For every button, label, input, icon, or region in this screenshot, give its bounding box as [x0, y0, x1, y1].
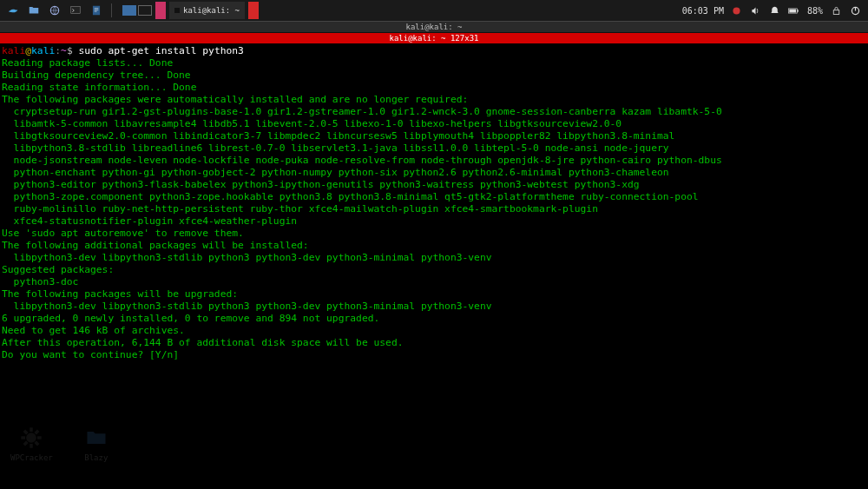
out-line: ruby-molinillo ruby-net-http-persistent … — [2, 203, 598, 215]
out-line: Do you want to continue? [Y/n] — [2, 349, 185, 360]
power-icon[interactable] — [849, 4, 861, 17]
terminal-tab-label: kali@kali: ~ 127x31 — [390, 34, 479, 43]
file-manager-launcher[interactable] — [24, 2, 43, 19]
desktop-icon-blazy-label: Blazy — [84, 453, 108, 462]
prompt-user: kali — [2, 45, 25, 56]
terminal-title: kali@kali: ~ — [405, 23, 462, 31]
terminal-window: kali@kali: ~ kali@kali: ~ 127x31 kali@ka… — [0, 21, 868, 363]
out-line: Reading package lists... Done — [2, 57, 173, 69]
notifications-icon[interactable] — [769, 4, 781, 17]
prompt-at: @ — [25, 45, 31, 56]
out-line: The following packages were automaticall… — [2, 94, 468, 105]
prompt-command: sudo apt-get install python3 — [78, 45, 243, 56]
taskbar-item-3[interactable] — [248, 2, 259, 19]
volume-icon[interactable] — [750, 4, 762, 17]
out-line: Use 'sudo apt autoremove' to remove them… — [2, 228, 244, 239]
panel-left: kali@kali: ~ — [3, 2, 259, 19]
out-line: The following additional packages will b… — [2, 240, 309, 251]
panel-right: 06:03 PM 88% — [682, 4, 865, 17]
clock[interactable]: 06:03 PM — [682, 6, 724, 16]
out-line: Reading state information... Done — [2, 82, 196, 93]
globe-icon — [49, 4, 61, 17]
terminal-body[interactable]: kali@kali:~$ sudo apt-get install python… — [0, 43, 868, 363]
lock-icon[interactable] — [830, 4, 842, 17]
taskbar-item-2[interactable]: kali@kali: ~ — [169, 2, 245, 19]
out-line: libpython3-dev libpython3-stdlib python3… — [2, 301, 492, 312]
app-menu-button[interactable] — [3, 2, 23, 19]
desktop-icon-wpcracker[interactable]: WPCracker — [10, 426, 53, 462]
panel-separator — [111, 3, 112, 17]
workspace-2[interactable] — [138, 5, 152, 16]
prompt-dollar: $ — [67, 45, 79, 56]
out-line: python-enchant python-gi python-gobject-… — [2, 167, 669, 178]
out-line: python3-doc — [2, 276, 78, 287]
folder-icon — [84, 426, 108, 450]
out-line: libpython3.8-stdlib libreadline6 librest… — [2, 142, 669, 154]
terminal-small-icon — [174, 8, 180, 13]
out-line: python3-zope.component python3-zope.hook… — [2, 191, 699, 202]
out-line: libpython3-dev libpython3-stdlib python3… — [2, 252, 492, 263]
prompt-host: kali — [31, 45, 55, 56]
terminal-launcher[interactable] — [66, 2, 85, 19]
editor-launcher[interactable] — [87, 2, 106, 19]
svg-rect-2 — [93, 6, 100, 16]
svg-rect-3 — [174, 8, 180, 13]
terminal-icon — [69, 4, 82, 17]
terminal-tab-bar[interactable]: kali@kali: ~ 127x31 — [0, 33, 868, 43]
browser-launcher[interactable] — [45, 2, 64, 19]
svg-rect-1 — [71, 6, 81, 13]
folder-icon — [28, 4, 40, 17]
out-line: node-jsonstream node-leven node-lockfile… — [2, 155, 722, 166]
svg-rect-8 — [833, 10, 839, 14]
record-indicator-icon[interactable] — [731, 4, 743, 17]
desktop-icon-wpcracker-label: WPCracker — [10, 453, 53, 462]
svg-point-4 — [733, 7, 740, 14]
desktop-icon-blazy[interactable]: Blazy — [84, 426, 108, 462]
out-line: cryptsetup-run gir1.2-gst-plugins-base-1… — [2, 106, 722, 117]
out-line: Need to get 146 kB of archives. — [2, 325, 185, 336]
kali-dragon-icon — [7, 4, 19, 17]
terminal-titlebar[interactable]: kali@kali: ~ — [0, 21, 868, 33]
svg-rect-7 — [790, 9, 797, 12]
desktop-icons: WPCracker Blazy — [10, 426, 108, 462]
out-line: libgtksourceview2.0-common libindicator3… — [2, 130, 674, 142]
taskbar-item-1[interactable] — [155, 2, 166, 19]
out-line: libamtk-5-common libavresample4 libdb5.1… — [2, 118, 621, 129]
workspace-1[interactable] — [122, 5, 136, 16]
gear-icon — [19, 426, 43, 450]
top-panel: kali@kali: ~ 06:03 PM 88% — [0, 0, 868, 21]
out-line: Suggested packages: — [2, 264, 114, 275]
out-line: Building dependency tree... Done — [2, 69, 191, 81]
battery-percentage: 88% — [807, 6, 823, 16]
prompt-pwd: ~ — [61, 45, 67, 56]
svg-rect-6 — [798, 10, 799, 12]
workspace-switcher[interactable] — [122, 5, 152, 16]
text-editor-icon — [90, 4, 102, 17]
svg-point-10 — [27, 433, 37, 443]
out-line: The following packages will be upgraded: — [2, 288, 238, 300]
out-line: xfce4-statusnotifier-plugin xfce4-weathe… — [2, 215, 297, 227]
out-line: 6 upgraded, 0 newly installed, 0 to remo… — [2, 313, 379, 324]
out-line: python3-editor python3-flask-babelex pyt… — [2, 179, 640, 190]
out-line: After this operation, 6,144 B of additio… — [2, 337, 404, 348]
taskbar-item-2-label: kali@kali: ~ — [183, 6, 240, 15]
battery-icon[interactable] — [788, 4, 800, 17]
